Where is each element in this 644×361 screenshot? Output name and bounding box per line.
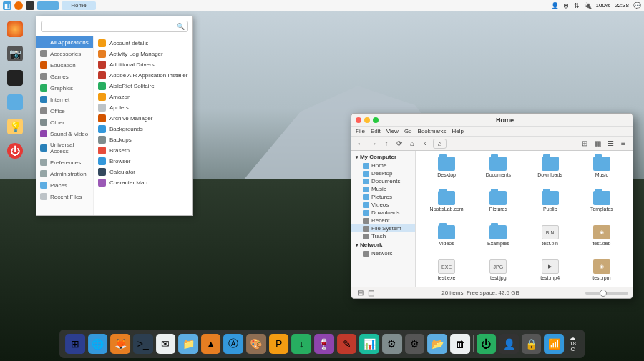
category-item[interactable]: Preferences xyxy=(36,157,93,168)
category-item[interactable]: Office xyxy=(36,105,93,117)
category-item[interactable]: Sound & Video xyxy=(36,128,93,139)
dock-pycharm-icon[interactable]: P xyxy=(269,334,289,354)
dock-monitor-icon[interactable]: 📊 xyxy=(359,334,379,354)
network-icon[interactable]: ⇅ xyxy=(574,2,580,9)
app-item[interactable]: Backgrounds xyxy=(94,124,192,134)
app-item[interactable]: AisleRiot Solitaire xyxy=(94,81,192,92)
view-zoom-icon[interactable]: ⊞ xyxy=(580,139,590,149)
app-item[interactable]: Backups xyxy=(94,134,192,145)
category-item[interactable]: Places xyxy=(36,179,93,191)
dock-terminal-icon[interactable] xyxy=(7,70,23,86)
sidebar-item[interactable]: Music xyxy=(351,185,415,193)
file-item[interactable]: Examples xyxy=(473,225,523,258)
dock-wifi-icon[interactable]: 📶 xyxy=(544,334,564,354)
shield-icon[interactable]: ⛨ xyxy=(563,2,570,9)
category-item[interactable]: Administration xyxy=(36,168,93,179)
menu-bookmarks[interactable]: Bookmarks xyxy=(418,128,447,134)
fm-titlebar[interactable]: Home xyxy=(351,114,633,127)
sidebar-item[interactable]: Downloads xyxy=(351,209,415,217)
dock-trash-icon[interactable]: 🗑 xyxy=(450,334,470,354)
dock-files-icon[interactable] xyxy=(7,94,23,110)
menu-file[interactable]: File xyxy=(356,128,365,134)
panel-app-icon[interactable] xyxy=(26,1,34,10)
file-item[interactable]: ◉test.rpm xyxy=(577,259,627,287)
category-item[interactable]: Education xyxy=(36,59,93,71)
dock-menu-icon[interactable]: ⊞ xyxy=(65,334,85,354)
category-item[interactable]: Graphics xyxy=(36,82,93,94)
path-home-button[interactable]: ⌂ xyxy=(433,139,447,149)
file-item[interactable]: EXEtest.exe xyxy=(421,259,472,287)
file-item[interactable]: Desktop xyxy=(421,157,472,189)
sidebar-head-network[interactable]: Network xyxy=(351,240,415,249)
chevron-left-icon[interactable]: ‹ xyxy=(420,139,430,149)
dock-vlc-icon[interactable]: ▲ xyxy=(201,334,221,354)
file-item[interactable]: Documents xyxy=(473,157,523,189)
minimize-icon[interactable] xyxy=(364,117,370,123)
file-item[interactable]: ◉test.deb xyxy=(577,225,627,258)
sidebar-item[interactable]: Videos xyxy=(351,201,415,209)
menu-view[interactable]: View xyxy=(386,128,399,134)
dock-wine-icon[interactable]: 🍷 xyxy=(314,334,334,354)
dock-power-icon[interactable]: ⏻ xyxy=(7,143,23,159)
clock[interactable]: 22:38 xyxy=(615,2,629,9)
dock-globe-icon[interactable]: 🌐 xyxy=(88,334,108,354)
nav-reload-icon[interactable]: ⟳ xyxy=(394,139,404,149)
sidebar-item[interactable]: Trash xyxy=(351,232,415,240)
nav-forward-icon[interactable]: → xyxy=(369,139,379,149)
file-item[interactable]: Public xyxy=(525,191,575,224)
menu-help[interactable]: Help xyxy=(452,128,464,134)
dock-tips-icon[interactable]: 💡 xyxy=(7,119,23,134)
status-side-icon[interactable]: ◫ xyxy=(366,288,376,298)
sidebar-item[interactable]: Documents xyxy=(351,177,415,185)
dock-firefox-icon[interactable] xyxy=(7,21,23,37)
sidebar-item[interactable]: Home xyxy=(351,162,415,169)
app-item[interactable]: Amazon xyxy=(94,92,192,102)
menu-search[interactable]: 🔍 xyxy=(41,21,188,32)
user-icon[interactable]: 👤 xyxy=(551,2,559,9)
dock-uget-icon[interactable]: ↓ xyxy=(291,334,311,354)
file-item[interactable]: NoobsLab.com xyxy=(421,191,472,224)
view-icons-icon[interactable]: ▦ xyxy=(592,139,602,149)
dock-gimp-icon[interactable]: 🎨 xyxy=(246,334,266,354)
app-item[interactable]: Account details xyxy=(94,38,192,49)
dock-tool-icon[interactable]: ⚙ xyxy=(382,334,402,354)
maximize-icon[interactable] xyxy=(373,117,379,123)
panel-menu-icon[interactable]: ◧ xyxy=(3,1,11,10)
panel-files-icon[interactable] xyxy=(37,1,59,10)
zoom-slider[interactable] xyxy=(585,292,628,295)
category-item[interactable]: Games xyxy=(36,71,93,82)
app-item[interactable]: Browser xyxy=(94,156,192,167)
view-compact-icon[interactable]: ≡ xyxy=(618,139,628,149)
file-item[interactable]: ▶test.mp4 xyxy=(525,259,575,287)
menu-edit[interactable]: Edit xyxy=(371,128,381,134)
dock-lock-icon[interactable]: 🔒 xyxy=(522,334,542,354)
category-item[interactable]: Other xyxy=(36,117,93,128)
dock-weather[interactable]: ☁18 C xyxy=(567,335,579,352)
file-item[interactable]: BINtest.bin xyxy=(525,225,575,258)
dock-camera-icon[interactable]: 📷 xyxy=(7,46,23,61)
sidebar-head-computer[interactable]: My Computer xyxy=(351,152,415,162)
file-item[interactable]: JPGtest.jpg xyxy=(473,259,523,287)
sidebar-item[interactable]: Pictures xyxy=(351,193,415,201)
dock-terminal-icon[interactable]: >_ xyxy=(133,334,153,354)
dock-settings-icon[interactable]: ⚙ xyxy=(405,334,425,354)
dock-files-icon[interactable]: 📁 xyxy=(178,334,198,354)
nav-home-icon[interactable]: ⌂ xyxy=(407,139,417,149)
app-item[interactable]: Adobe AIR Application Installer xyxy=(94,70,192,81)
dock-mail-icon[interactable]: ✉ xyxy=(156,334,176,354)
notify-icon[interactable]: 💬 xyxy=(633,2,641,9)
dock-folder2-icon[interactable]: 📂 xyxy=(427,334,447,354)
category-item[interactable]: Accessories xyxy=(36,48,93,59)
breadcrumb[interactable]: Home xyxy=(62,1,96,10)
app-item[interactable]: Character Map xyxy=(94,177,192,188)
file-item[interactable]: Templates xyxy=(577,191,627,224)
sidebar-item[interactable]: Network xyxy=(351,249,415,257)
dock-editor-icon[interactable]: ✎ xyxy=(337,334,357,354)
app-item[interactable]: Additional Drivers xyxy=(94,59,192,70)
file-item[interactable]: Videos xyxy=(421,225,472,258)
view-list-icon[interactable]: ☰ xyxy=(605,139,615,149)
file-item[interactable]: Pictures xyxy=(473,191,523,224)
menu-go[interactable]: Go xyxy=(404,128,412,134)
app-item[interactable]: Applets xyxy=(94,102,192,113)
nav-back-icon[interactable]: ← xyxy=(356,139,366,149)
